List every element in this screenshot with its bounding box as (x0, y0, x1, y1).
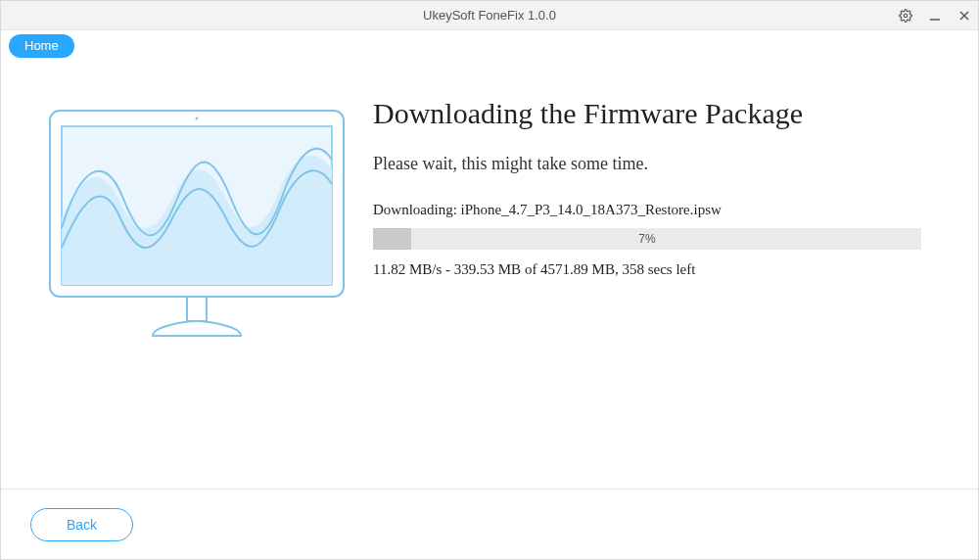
download-stats: 11.82 MB/s - 339.53 MB of 4571.89 MB, 35… (373, 261, 949, 278)
progress-label: 7% (373, 228, 921, 250)
illustration (30, 91, 363, 489)
info-panel: Downloading the Firmware Package Please … (363, 91, 949, 489)
app-window: UkeySoft FoneFix 1.0.0 Home (0, 0, 979, 560)
page-subtext: Please wait, this might take some time. (373, 154, 949, 174)
content-area: Downloading the Firmware Package Please … (1, 62, 978, 489)
close-icon[interactable] (956, 8, 972, 23)
home-button[interactable]: Home (9, 34, 74, 58)
monitor-icon (40, 101, 353, 355)
download-label: Downloading: (373, 202, 461, 217)
toolbar: Home (1, 30, 978, 62)
download-line: Downloading: iPhone_4.7_P3_14.0_18A373_R… (373, 202, 949, 218)
gear-icon[interactable] (898, 8, 913, 23)
footer: Back (1, 489, 978, 559)
window-controls (898, 1, 972, 30)
download-filename: iPhone_4.7_P3_14.0_18A373_Restore.ipsw (461, 202, 722, 217)
svg-point-0 (904, 14, 908, 18)
titlebar: UkeySoft FoneFix 1.0.0 (1, 1, 978, 30)
page-heading: Downloading the Firmware Package (373, 97, 949, 130)
progress-bar: 7% (373, 228, 921, 250)
window-title: UkeySoft FoneFix 1.0.0 (1, 8, 978, 23)
svg-point-5 (196, 117, 199, 120)
back-button[interactable]: Back (30, 508, 133, 541)
minimize-icon[interactable] (927, 8, 943, 23)
